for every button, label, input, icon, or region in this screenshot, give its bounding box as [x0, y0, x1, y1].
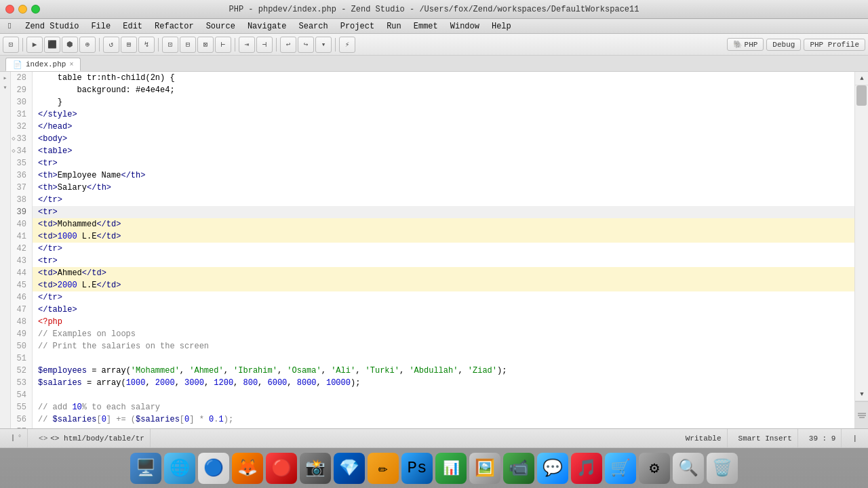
- code-line-35[interactable]: <tr>: [33, 157, 854, 169]
- editor-tab-index-php[interactable]: 📄 index.php ×: [5, 58, 81, 71]
- toolbar-btn-11[interactable]: ⊢: [215, 37, 231, 53]
- code-line-48[interactable]: <?php: [33, 316, 854, 328]
- code-line-51[interactable]: [33, 352, 854, 365]
- code-line-54[interactable]: [33, 389, 854, 401]
- php-mode-btn[interactable]: 🐘 PHP: [727, 38, 764, 51]
- collapse-arrow-34[interactable]: ◇: [12, 145, 15, 157]
- code-line-31[interactable]: </style>: [33, 108, 854, 121]
- menu-navigate[interactable]: Navigate: [242, 19, 292, 34]
- dock-photoshop[interactable]: Ps: [401, 453, 433, 484]
- debug-btn[interactable]: Debug: [766, 39, 801, 51]
- dock-safari[interactable]: 🌐: [164, 453, 195, 484]
- dock-zend[interactable]: 💎: [334, 453, 365, 484]
- code-line-32[interactable]: </head>: [33, 121, 854, 133]
- dock-preview[interactable]: 🖼️: [469, 453, 500, 484]
- toolbar-btn-13[interactable]: ⊣: [256, 37, 273, 53]
- menu-run[interactable]: Run: [381, 19, 407, 34]
- code-line-44[interactable]: <td>Ahmed</td>: [33, 267, 854, 279]
- maximize-button[interactable]: [31, 5, 40, 14]
- scrollbar-track[interactable]: [855, 85, 868, 388]
- status-breadcrumb[interactable]: <> <> html/body/table/tr: [33, 429, 151, 447]
- sidebar-icon-2[interactable]: ▾: [1, 83, 10, 92]
- dock-chrome[interactable]: 🔵: [198, 453, 229, 484]
- dock-photos[interactable]: 📸: [300, 453, 331, 484]
- toolbar-btn-5[interactable]: ↺: [103, 37, 119, 53]
- menu-search[interactable]: Search: [293, 19, 333, 34]
- menu-zend-studio[interactable]: Zend Studio: [20, 19, 84, 34]
- code-line-29[interactable]: background: #e4e4e4;: [33, 84, 854, 96]
- code-line-45[interactable]: <td>2000 L.E</td>: [33, 279, 854, 291]
- code-line-34[interactable]: <table>: [33, 145, 854, 157]
- toolbar-btn-3[interactable]: ⬢: [62, 37, 78, 53]
- code-line-55[interactable]: // add 10% to each salary: [33, 401, 854, 413]
- collapse-arrow-33[interactable]: ◇: [12, 133, 15, 145]
- dock-spotlight[interactable]: 🔍: [673, 453, 704, 484]
- toolbar-btn-8[interactable]: ⊡: [162, 37, 178, 53]
- code-line-41[interactable]: <td>1000 L.E</td>: [33, 230, 854, 243]
- tab-close-btn[interactable]: ×: [69, 61, 73, 68]
- dock-trash[interactable]: 🗑️: [707, 453, 738, 484]
- menu-edit[interactable]: Edit: [117, 19, 148, 34]
- sidebar-mini-btn-2[interactable]: ▼: [855, 388, 868, 401]
- minimize-button[interactable]: [18, 5, 27, 14]
- minimap-toggle[interactable]: [855, 401, 868, 428]
- sidebar-icon-1[interactable]: ▸: [1, 73, 10, 83]
- code-line-52[interactable]: $employees = array('Mohammed', 'Ahmed', …: [33, 365, 854, 377]
- toolbar-btn-1[interactable]: ⊡: [3, 37, 19, 53]
- code-line-39[interactable]: <tr>: [33, 206, 854, 218]
- dock-facetime[interactable]: 📹: [503, 453, 534, 484]
- menu-file[interactable]: File: [85, 19, 116, 34]
- window-buttons: [5, 5, 40, 14]
- code-editor[interactable]: table tr:nth-child(2n) { background: #e4…: [33, 72, 854, 428]
- code-line-50[interactable]: // Print the salaries on the screen: [33, 340, 854, 352]
- toolbar-btn-15[interactable]: ↪: [298, 37, 314, 53]
- dock-firefox[interactable]: 🦊: [232, 453, 263, 484]
- menu-project[interactable]: Project: [335, 19, 380, 34]
- code-line-28[interactable]: table tr:nth-child(2n) {: [33, 72, 854, 84]
- code-line-37[interactable]: <th>Salary</th>: [33, 182, 854, 194]
- toolbar-btn-16[interactable]: ▾: [315, 37, 332, 53]
- toolbar-btn-17[interactable]: ⚡: [339, 37, 355, 53]
- toolbar-btn-2[interactable]: ⬛: [44, 37, 60, 53]
- toolbar-run-btn[interactable]: ▶: [26, 37, 43, 53]
- sidebar-mini-btn-1[interactable]: ▲: [855, 72, 868, 85]
- dock-prefs[interactable]: ⚙️: [639, 453, 670, 484]
- dock-numbers[interactable]: 📊: [435, 453, 467, 484]
- toolbar-btn-12[interactable]: ⇥: [239, 37, 255, 53]
- code-line-56[interactable]: // $salaries[0] += ($salaries[0] * 0.1);: [33, 413, 854, 426]
- toolbar-sep-2: [99, 38, 100, 52]
- dock-appstore[interactable]: 🛒: [605, 453, 636, 484]
- code-line-49[interactable]: // Examples on loops: [33, 328, 854, 340]
- close-button[interactable]: [5, 5, 14, 14]
- code-line-53[interactable]: $salaries = array(1000, 2000, 3000, 1200…: [33, 377, 854, 389]
- code-line-36[interactable]: <th>Employee Name</th>: [33, 169, 854, 182]
- toolbar-btn-9[interactable]: ⊟: [180, 37, 196, 53]
- menu-help[interactable]: Help: [486, 19, 517, 34]
- dock-finder[interactable]: 🖥️: [130, 453, 161, 484]
- menu-emmet[interactable]: Emmet: [408, 19, 443, 34]
- dock-sketch[interactable]: ✏️: [368, 453, 399, 484]
- menu-refactor[interactable]: Refactor: [149, 19, 199, 34]
- toolbar-btn-14[interactable]: ↩: [280, 37, 296, 53]
- toolbar-btn-7[interactable]: ↯: [138, 37, 155, 53]
- toolbar-btn-6[interactable]: ⊞: [121, 37, 137, 53]
- code-line-40[interactable]: <td>Mohammed</td>: [33, 218, 854, 230]
- code-line-42[interactable]: </tr>: [33, 243, 854, 255]
- code-line-46[interactable]: </tr>: [33, 291, 854, 304]
- menu-source[interactable]: Source: [201, 19, 241, 34]
- toolbar-btn-10[interactable]: ⊠: [197, 37, 214, 53]
- code-line-38[interactable]: </tr>: [33, 194, 854, 206]
- scrollbar-thumb[interactable]: [856, 85, 867, 106]
- code-line-33[interactable]: <body>: [33, 133, 854, 145]
- code-line-57[interactable]: [33, 426, 854, 428]
- php-profile-btn[interactable]: PHP Profile: [804, 39, 865, 51]
- dock-itunes[interactable]: 🎵: [571, 453, 602, 484]
- code-line-30[interactable]: }: [33, 96, 854, 108]
- code-line-47[interactable]: </table>: [33, 304, 854, 316]
- menu-apple[interactable]: : [3, 19, 18, 34]
- dock-opera[interactable]: 🔴: [266, 453, 297, 484]
- code-line-43[interactable]: <tr>: [33, 255, 854, 267]
- dock-messages[interactable]: 💬: [537, 453, 568, 484]
- menu-window[interactable]: Window: [445, 19, 485, 34]
- toolbar-btn-4[interactable]: ⊕: [79, 37, 96, 53]
